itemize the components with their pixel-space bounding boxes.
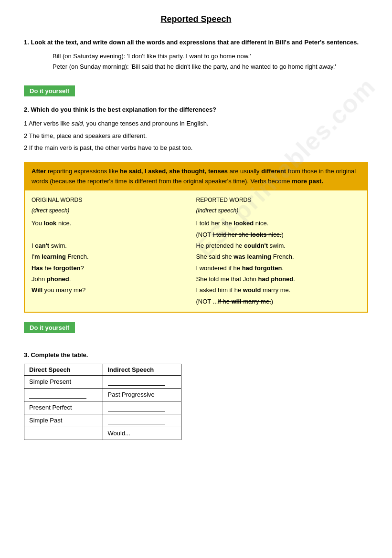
table-cell-indirect-3: [103, 401, 181, 414]
table-cell-indirect-5: Would...: [103, 427, 181, 440]
section-1: 1. Look at the text, and write down all …: [24, 38, 368, 72]
table-cell-indirect-2: Past Progressive: [103, 388, 181, 401]
original-1: You look nice.: [32, 218, 196, 229]
col1-sub: (direct speech): [32, 206, 196, 216]
info-box: After reporting expressions like he said…: [24, 162, 368, 313]
reported-2: He pretended he couldn't swim.: [196, 240, 361, 251]
option-2: 2 The time, place and speakers are diffe…: [24, 130, 368, 141]
table-cell-direct-5: [24, 427, 103, 440]
options-list: 1 After verbs like said, you change tens…: [24, 118, 368, 153]
col2-sub: (indirect speech): [196, 206, 361, 216]
table-row: Past Progressive: [24, 388, 181, 401]
table-cell-direct-3: Present Perfect: [24, 401, 103, 414]
reported-3: She said she was learning French.: [196, 251, 361, 262]
table-cell-indirect-1: [103, 375, 181, 388]
reported-6-note: (NOT ...if he will marry me.): [196, 296, 361, 307]
table-cell-indirect-4: [103, 414, 181, 427]
table-cell-direct-4: Simple Past: [24, 414, 103, 427]
do-it-yourself-2: Do it yourself: [24, 322, 75, 333]
reported-5: She told me that John had phoned.: [196, 274, 361, 284]
original-5: John phoned.: [32, 274, 196, 284]
section1-heading: 1. Look at the text, and write down all …: [24, 38, 368, 47]
section-3: 3. Complete the table. Direct Speech Ind…: [24, 350, 368, 440]
col-reported: REPORTED WORDS (indirect speech) I told …: [196, 195, 361, 307]
reported-1-note: (NOT I told her she looks nice.): [196, 229, 361, 240]
col1-title: ORIGINAL WORDS: [32, 195, 196, 206]
option-1: 1 After verbs like said, you change tens…: [24, 118, 368, 129]
original-4: Has he forgotten?: [32, 263, 196, 274]
table-row: Present Perfect: [24, 401, 181, 414]
original-3: I'm learning French.: [32, 251, 196, 262]
table-cell-direct-1: Simple Present: [24, 375, 103, 388]
table-row: Would...: [24, 427, 181, 440]
table-row: Simple Present: [24, 375, 181, 388]
section3-heading: 3. Complete the table.: [24, 350, 368, 360]
reported-4: I wondered if he had forgotten.: [196, 263, 361, 274]
table-cell-direct-2: [24, 388, 103, 401]
bill-quote: Bill (on Saturday evening): 'I don't lik…: [53, 51, 368, 72]
section-2: 2. Which do you think is the best explan…: [24, 105, 368, 154]
col2-title: REPORTED WORDS: [196, 195, 361, 206]
reported-6: I asked him if he would marry me.: [196, 284, 361, 295]
table-row: Simple Past: [24, 414, 181, 427]
table-header-direct: Direct Speech: [24, 364, 103, 375]
info-box-body: ORIGINAL WORDS (direct speech) You look …: [25, 190, 367, 312]
complete-table: Direct Speech Indirect Speech Simple Pre…: [24, 364, 181, 440]
col-original: ORIGINAL WORDS (direct speech) You look …: [32, 195, 196, 307]
do-it-yourself-1: Do it yourself: [24, 85, 75, 96]
original-blank: [32, 229, 196, 240]
original-6: Will you marry me?: [32, 284, 196, 295]
original-2: I can't swim.: [32, 240, 196, 251]
option-3: 2 If the main verb is past, the other ve…: [24, 142, 368, 153]
table-header-indirect: Indirect Speech: [103, 364, 181, 375]
reported-1: I told her she looked nice.: [196, 218, 361, 229]
info-box-header: After reporting expressions like he said…: [25, 163, 367, 190]
section2-heading: 2. Which do you think is the best explan…: [24, 105, 368, 115]
page-title: Reported Speech: [24, 14, 368, 24]
